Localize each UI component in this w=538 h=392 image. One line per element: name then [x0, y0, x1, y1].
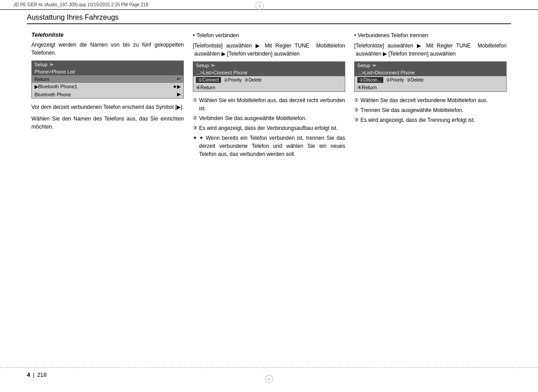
col3-ui-row2: ...>List>Disconnect Phone [355, 69, 506, 76]
col3-instruction: [Telefonliste] auswählen ▶ Mit Regler TU… [354, 42, 507, 58]
col1-note1: Vor dem derzeit verbundenen Telefon ersc… [31, 103, 184, 111]
col2-ui-row3: ①Connect ②Priority ③Delete [193, 76, 345, 84]
col3-ui-setup: Setup [357, 63, 370, 68]
col2-ui-row4: ④Return [193, 84, 345, 91]
col1-ui-return: Return [35, 77, 49, 82]
col2-cross-note: ✦ ✦ Wenn bereits ein Telefon verbunden i… [193, 134, 345, 158]
col2-ui-icon1: ≫ [211, 63, 215, 68]
col2-step1-text: Wählen Sie ein Mobiltelefon aus, das der… [199, 97, 345, 112]
col2-num2: ② [193, 114, 197, 122]
col3-ui-icon1: ≫ [372, 63, 376, 68]
col3: • Verbundenes Telefon trennen [Telefonli… [350, 31, 511, 365]
col2-bullet-sym: • [193, 31, 195, 39]
col3-ui-path: ...>List>Disconnect Phone [357, 70, 415, 75]
col2-step3: ③ Es wird angezeigt, dass der Verbindung… [193, 124, 345, 132]
col1-ui-icon1: ≫ [49, 62, 53, 67]
col3-device-ui: Setup ≫ ...>List>Disconnect Phone ①Disco… [354, 61, 507, 92]
col3-step1: ① Wählen Sie das derzeit verbundene Mobi… [354, 96, 507, 104]
col2-num3: ③ [193, 124, 197, 132]
col2-device-ui: Setup ≫ ...>List>Connect Phone ①Connect … [193, 61, 345, 92]
col1-ui-row5-flex: Bluetooth Phone ▶ [35, 91, 181, 97]
col2-step2-text: Verbinden Sie das ausgewählte Mobiltelef… [199, 115, 307, 121]
col1-ui-setup: Setup [35, 62, 48, 67]
col3-bullet-sym: • [354, 31, 356, 39]
col3-ui-row4: ④Return [355, 84, 506, 91]
col2-num1: ① [193, 96, 197, 104]
reg-mark-top [256, 2, 264, 10]
content-area: Telefonliste Angezeigt werden die Namen … [27, 31, 511, 365]
col1-ui-row5: Bluetooth Phone ▶ [32, 90, 183, 98]
col3-step3: ③ Es wird angezeigt, dass die Trennung e… [354, 116, 507, 124]
col2-btn-priority: ②Priority [224, 78, 242, 82]
col1-ui-return-icon: ↵ [177, 76, 181, 82]
col1-ui-row4: ▶Bluetooth Phone1 ★▶ [32, 83, 183, 90]
header-text: JD PE GER 4c (Audio_197-309).qxp 10/15/2… [13, 2, 148, 7]
page-header: JD PE GER 4c (Audio_197-309).qxp 10/15/2… [0, 0, 538, 10]
col1-ui-row2: Phone>Phone List [32, 68, 183, 75]
col1-ui-row3-flex: Return ↵ [35, 76, 181, 82]
col2-btn-delete: ③Delete [244, 78, 261, 82]
col3-bullet-text: Verbundenes Telefon trennen [358, 31, 428, 39]
col1-ui-star: ★▶ [173, 84, 181, 90]
section-title-bar: Ausstattung Ihres Fahrzeugs [27, 13, 511, 24]
col1-ui-phonelist: Phone>Phone List [35, 69, 75, 74]
col1-heading: Telefonliste [31, 31, 184, 38]
col2-cross-text: ✦ Wenn bereits ein Telefon verbunden ist… [199, 135, 345, 157]
col2-step2: ② Verbinden Sie das ausgewählte Mobiltel… [193, 114, 345, 122]
footer-page: 218 [37, 371, 47, 378]
col2-step3-text: Es wird angezeigt, dass der Verbindungsa… [199, 125, 338, 131]
col2-bullet-text: Telefon verbinden [196, 31, 239, 39]
col3-num2: ② [354, 106, 359, 114]
col3-num3: ③ [354, 116, 359, 124]
col3-num1: ① [354, 96, 359, 104]
col2-ui-row1: Setup ≫ [193, 62, 345, 69]
col1-ui-row3: Return ↵ [32, 75, 183, 83]
col1-intro: Angezeigt werden die Namen von bis zu fü… [31, 41, 184, 57]
col2-instruction: [Telefonliste] auswählen ▶ Mit Regler TU… [193, 42, 345, 58]
col3-bullet: • Verbundenes Telefon trennen [354, 31, 507, 39]
col3-btn-priority: ②Priority [386, 78, 404, 82]
col2-bullet: • Telefon verbinden [193, 31, 345, 39]
col3-step3-text: Es wird angezeigt, dass die Trennung erf… [360, 117, 475, 123]
col1-device-ui: Setup ≫ Phone>Phone List Return ↵ ▶Bluet… [31, 60, 184, 99]
col2-ui-path: ...>List>Connect Phone [196, 70, 247, 75]
col3-steps: ① Wählen Sie das derzeit verbundene Mobi… [354, 96, 507, 124]
col3-step2: ② Trennen Sie das ausgewählte Mobiltelef… [354, 106, 507, 114]
col3-step1-text: Wählen Sie das derzeit verbundene Mobilt… [360, 97, 488, 103]
footer-chapter: 4 [27, 371, 30, 378]
footer-separator: | [33, 371, 34, 378]
col2-ui-row2: ...>List>Connect Phone [193, 69, 345, 76]
col2-ui-return: ④Return [196, 85, 215, 90]
section-title: Ausstattung Ihres Fahrzeugs [27, 13, 511, 24]
col1-note2: Wählen Sie den Namen des Telefons aus, d… [31, 115, 184, 131]
col1-ui-arrow: ▶ [177, 91, 181, 97]
col3-btn-delete: ③Delete [407, 78, 424, 82]
col2-step1: ① Wählen Sie ein Mobiltelefon aus, das d… [193, 96, 345, 112]
col3-step2-text: Trennen Sie das ausgewählte Mobiltelefon… [360, 107, 464, 113]
cross-sym: ✦ [193, 134, 197, 142]
page-footer: 4 | 218 [0, 367, 538, 392]
col1-ui-row1: Setup ≫ [32, 61, 183, 68]
col2-btn-connect: ①Connect [196, 77, 221, 83]
col1-ui-row4-flex: ▶Bluetooth Phone1 ★▶ [35, 84, 181, 90]
col1-ui-bt2: Bluetooth Phone [35, 92, 71, 97]
col1-ui-bt1: ▶Bluetooth Phone1 [35, 84, 77, 90]
col1: Telefonliste Angezeigt werden die Namen … [27, 31, 188, 365]
col2-ui-setup: Setup [196, 63, 209, 68]
col3-btn-discon: ①Discon... [357, 77, 383, 83]
col3-ui-return: ④Return [357, 85, 377, 90]
col3-ui-row1: Setup ≫ [355, 62, 506, 69]
col2: • Telefon verbinden [Telefonliste] auswä… [188, 31, 350, 365]
col2-steps: ① Wählen Sie ein Mobiltelefon aus, das d… [193, 96, 345, 132]
col3-ui-row3: ①Discon... ②Priority ③Delete [355, 76, 506, 84]
